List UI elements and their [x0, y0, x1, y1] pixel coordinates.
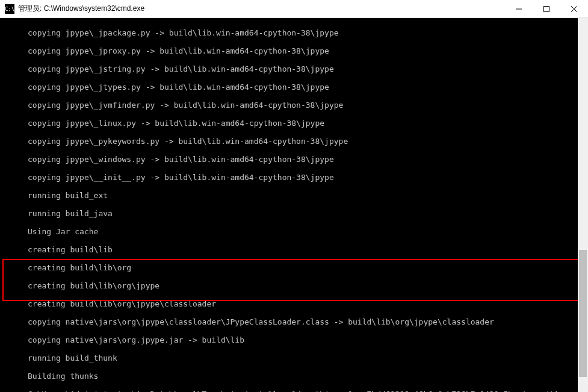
- minimize-button[interactable]: [505, 0, 533, 17]
- output-line: running build_ext: [0, 191, 588, 200]
- output-line: Building thunks: [0, 372, 588, 381]
- output-line: copying jpype\_jproxy.py -> build\lib.wi…: [0, 46, 588, 55]
- cmd-icon: C:\: [5, 4, 14, 14]
- output-line: copying jpype\_jtypes.py -> build\lib.wi…: [0, 82, 588, 92]
- output-line: copying jpype\_linux.py -> build\lib.win…: [0, 119, 588, 128]
- window-controls: [505, 0, 588, 17]
- maximize-icon: [543, 6, 549, 12]
- svg-rect-1: [544, 6, 549, 11]
- close-icon: [571, 6, 577, 12]
- output-line: C:\Users\Administrator\AppData\Local\Tem…: [0, 390, 588, 392]
- output-line: copying jpype\_jstring.py -> build\lib.w…: [0, 64, 588, 73]
- output-line: copying jpype\_pykeywords.py -> build\li…: [0, 137, 588, 146]
- vertical-scrollbar[interactable]: [578, 18, 588, 392]
- output-line: copying native\jars\org.jpype.jar -> bui…: [0, 335, 588, 344]
- scroll-thumb[interactable]: [579, 250, 587, 377]
- output-line: copying jpype\_windows.py -> build\lib.w…: [0, 155, 588, 164]
- output-line: running build_thunk: [0, 353, 588, 362]
- window-titlebar: C:\ 管理员: C:\Windows\system32\cmd.exe: [0, 0, 588, 18]
- output-line: copying jpype\__init__.py -> build\lib.w…: [0, 173, 588, 182]
- output-line: copying native\jars\org\jpype\classloade…: [0, 317, 588, 326]
- minimize-icon: [516, 6, 522, 12]
- maximize-button[interactable]: [533, 0, 560, 17]
- window-title: 管理员: C:\Windows\system32\cmd.exe: [18, 4, 505, 14]
- output-line: running build_java: [0, 209, 588, 218]
- output-line: copying jpype\_jvmfinder.py -> build\lib…: [0, 101, 588, 110]
- output-line: copying jpype\_jpackage.py -> build\lib.…: [0, 28, 588, 37]
- output-line: creating build\lib\org\jpype: [0, 281, 588, 290]
- close-button[interactable]: [560, 0, 588, 17]
- output-line: creating build\lib\org: [0, 263, 588, 272]
- output-line: creating build\lib\org\jpype\classloader: [0, 299, 588, 308]
- terminal-output: copying jpype\_jpackage.py -> build\lib.…: [0, 18, 588, 392]
- output-line: creating build\lib: [0, 245, 588, 254]
- output-line: Using Jar cache: [0, 227, 588, 236]
